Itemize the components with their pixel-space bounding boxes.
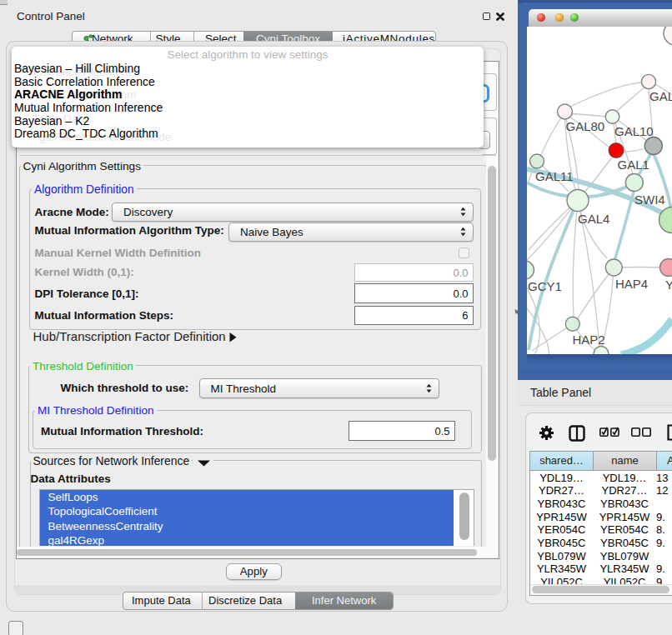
svg-text:GAL1: GAL1 xyxy=(618,158,649,172)
svg-text:GAL11: GAL11 xyxy=(535,169,574,183)
svg-text:HAP2: HAP2 xyxy=(573,332,605,347)
svg-text:GCY1: GCY1 xyxy=(528,279,562,293)
svg-text:YM: YM xyxy=(665,278,672,292)
svg-text:HAP4: HAP4 xyxy=(615,277,648,291)
svg-text:GAL80: GAL80 xyxy=(566,119,605,133)
svg-text:GAL4: GAL4 xyxy=(578,212,609,226)
svg-text:GAL10: GAL10 xyxy=(614,124,654,138)
svg-text:GAL2: GAL2 xyxy=(649,89,672,103)
svg-text:SWI4: SWI4 xyxy=(634,192,665,207)
